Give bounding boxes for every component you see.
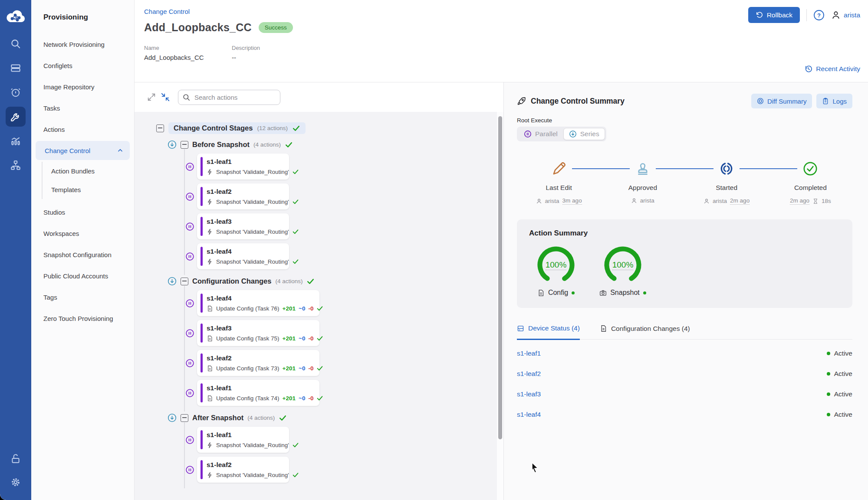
sidebar-item-action-bundles[interactable]: Action Bundles — [51, 162, 130, 180]
sidebar-item-image-repository[interactable]: Image Repository — [36, 76, 130, 98]
pause-circle-icon[interactable] — [185, 192, 194, 201]
diff-removed: -0 — [308, 395, 313, 402]
expand-all-icon[interactable] — [147, 92, 156, 102]
action-card[interactable]: s1-leaf3 Update Config (Task 75) +201 ~0… — [197, 320, 319, 346]
hourglass-icon — [812, 198, 819, 204]
sidebar-item-tags[interactable]: Tags — [36, 287, 130, 308]
pause-circle-icon[interactable] — [185, 252, 194, 261]
gauge-label-snapshot: Snapshot — [599, 289, 646, 297]
summary-title: Change Control Summary — [531, 97, 625, 106]
pause-circle-icon[interactable] — [185, 162, 194, 171]
clipboard-icon — [822, 98, 829, 105]
device-link[interactable]: s1-leaf4 — [517, 411, 541, 418]
success-check-icon — [292, 124, 300, 132]
success-check-icon — [292, 228, 299, 235]
device-link[interactable]: s1-leaf3 — [517, 390, 541, 398]
user-icon — [831, 10, 841, 20]
card-action: Snapshot 'Validate_Routing' — [207, 168, 283, 175]
sidebar-item-snapshot-configuration[interactable]: Snapshot Configuration — [36, 244, 130, 265]
unlock-icon[interactable] — [6, 449, 26, 469]
success-check-icon — [285, 141, 293, 149]
tab-device-status[interactable]: Device Status (4) — [517, 324, 580, 340]
sidebar-item-tasks[interactable]: Tasks — [36, 98, 130, 119]
breadcrumb[interactable]: Change Control — [144, 8, 190, 15]
tree-root-node[interactable]: Change Control Stages (12 actions) — [168, 122, 306, 134]
gauge-value[interactable]: 100% — [602, 245, 643, 285]
series-stage-icon[interactable] — [168, 140, 177, 149]
left-panel-scrollbar[interactable] — [498, 116, 502, 439]
collapse-all-icon[interactable] — [161, 92, 170, 102]
diff-added: +201 — [283, 365, 296, 372]
action-card[interactable]: s1-leaf3 Snapshot 'Validate_Routing' — [197, 213, 289, 239]
card-device-name: s1-leaf1 — [207, 431, 283, 439]
collapse-node-icon[interactable] — [181, 278, 188, 285]
rollback-button[interactable]: Rollback — [748, 7, 800, 23]
cloudvision-logo[interactable] — [6, 0, 25, 34]
device-row: s1-leaf4 Active — [517, 404, 852, 425]
action-card[interactable]: s1-leaf1 Snapshot 'Validate_Routing' — [197, 427, 289, 453]
card-action-label: Snapshot 'Validate_Routing' — [216, 442, 289, 448]
action-card[interactable]: s1-leaf2 Update Config (Task 73) +201 ~0… — [197, 350, 319, 376]
device-status: Active — [827, 350, 852, 357]
action-card[interactable]: s1-leaf1 Update Config (Task 74) +201 ~0… — [197, 380, 319, 406]
series-stage-icon[interactable] — [168, 413, 177, 422]
sidebar-item-network-provisioning[interactable]: Network Provisioning — [36, 34, 130, 55]
sidebar-item-actions[interactable]: Actions — [36, 119, 130, 140]
sidebar-item-zero-touch-provisioning[interactable]: Zero Touch Provisioning — [36, 308, 130, 329]
sidebar-item-studios[interactable]: Studios — [36, 202, 130, 223]
settings-gear-icon[interactable] — [6, 472, 26, 492]
device-link[interactable]: s1-leaf2 — [517, 370, 541, 378]
device-icon — [517, 325, 524, 332]
timeline-time[interactable]: 2m ago — [730, 197, 750, 205]
name-value: Add_Loopbacks_CC — [144, 54, 232, 61]
search-actions-box — [178, 90, 280, 105]
pause-circle-icon[interactable] — [185, 329, 194, 338]
action-card[interactable]: s1-leaf4 Snapshot 'Validate_Routing' — [197, 243, 289, 269]
search-actions-input[interactable] — [178, 90, 280, 105]
action-card[interactable]: s1-leaf4 Update Config (Task 76) +201 ~0… — [197, 290, 319, 316]
pause-circle-icon[interactable] — [185, 435, 194, 444]
collapse-node-icon[interactable] — [181, 141, 188, 149]
rail-nav — [6, 34, 26, 175]
provisioning-wrench-icon[interactable] — [6, 107, 26, 127]
action-card[interactable]: s1-leaf2 Snapshot 'Validate_Routing' — [197, 183, 289, 209]
devices-icon[interactable] — [6, 58, 26, 78]
rollback-label: Rollback — [767, 11, 792, 19]
pause-circle-icon[interactable] — [185, 359, 194, 368]
success-check-icon — [306, 277, 315, 285]
recent-activity-label: Recent Activity — [816, 65, 860, 73]
timeline-time[interactable]: 3m ago — [562, 197, 582, 205]
device-link[interactable]: s1-leaf1 — [517, 350, 541, 357]
help-icon[interactable]: ? — [813, 10, 825, 21]
events-icon[interactable] — [6, 82, 26, 102]
pause-circle-icon[interactable] — [185, 299, 194, 308]
series-stage-icon[interactable] — [168, 277, 177, 286]
name-label: Name — [144, 45, 232, 51]
pause-circle-icon[interactable] — [185, 222, 194, 231]
stamp-icon — [635, 160, 650, 177]
action-card[interactable]: s1-leaf1 Snapshot 'Validate_Routing' — [197, 154, 289, 180]
tab-configuration-changes[interactable]: Configuration Changes (4) — [600, 324, 690, 339]
parallel-option[interactable]: Parallel — [518, 128, 563, 140]
recent-activity-link[interactable]: Recent Activity — [805, 65, 860, 73]
user-menu[interactable]: arista — [831, 10, 860, 20]
timeline-time[interactable]: 2m ago — [790, 197, 809, 205]
action-card-row: s1-leaf4 Snapshot 'Validate_Routing' — [185, 243, 503, 269]
sidebar-item-public-cloud-accounts[interactable]: Public Cloud Accounts — [36, 265, 130, 287]
diff-summary-button[interactable]: Diff Summary — [751, 94, 812, 108]
sidebar-item-configlets[interactable]: Configlets — [36, 55, 130, 76]
search-icon[interactable] — [6, 34, 26, 54]
pause-circle-icon[interactable] — [185, 465, 194, 474]
topology-icon[interactable] — [6, 155, 26, 175]
series-option[interactable]: Series — [563, 128, 605, 140]
collapse-node-icon[interactable] — [156, 124, 164, 132]
collapse-node-icon[interactable] — [181, 414, 188, 422]
logs-button[interactable]: Logs — [816, 94, 852, 108]
sidebar-item-workspaces[interactable]: Workspaces — [36, 223, 130, 244]
sidebar-item-templates[interactable]: Templates — [51, 180, 130, 199]
pause-circle-icon[interactable] — [185, 389, 194, 398]
gauge-value[interactable]: 100% — [536, 245, 576, 285]
action-card[interactable]: s1-leaf2 Snapshot 'Validate_Routing' — [197, 457, 289, 483]
metrics-icon[interactable] — [6, 131, 26, 151]
sidebar-item-change-control[interactable]: Change Control — [36, 141, 130, 160]
